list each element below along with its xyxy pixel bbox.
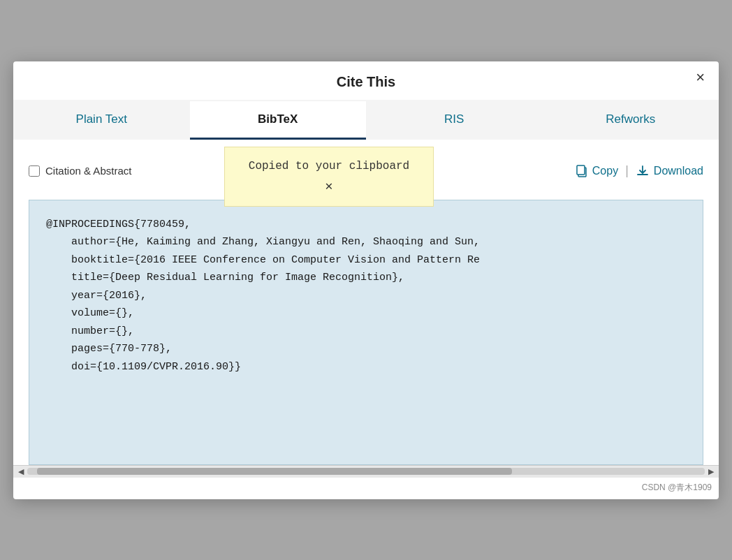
citation-abstract-label[interactable]: Citation & Abstract [29,165,131,177]
scrollbar-thumb[interactable] [37,468,512,475]
citation-abstract-text: Citation & Abstract [45,165,131,177]
clipboard-tooltip: Copied to your clipboard ✕ [224,147,434,207]
clipboard-tooltip-close[interactable]: ✕ [244,178,413,193]
citation-abstract-checkbox[interactable] [29,165,40,177]
footer: CSDN @青木1909 [13,478,719,499]
download-label: Download [654,165,703,177]
action-buttons: Copy | Download [576,163,703,178]
download-button[interactable]: Download [636,165,703,177]
button-separator: | [625,163,629,178]
modal-overlay: Cite This × Plain Text BibTeX RIS Refwor… [0,0,732,560]
svg-rect-1 [577,165,585,175]
footer-text: CSDN @青木1909 [642,482,712,492]
code-area-wrapper: @INPROCEEDINGS{7780459, author={He, Kaim… [29,200,703,465]
scrollbar-left-arrow[interactable]: ◀ [15,466,27,476]
horizontal-scrollbar[interactable]: ◀ ▶ [13,465,719,478]
tab-bibtex[interactable]: BibTeX [190,101,367,140]
modal-title: Cite This [27,74,705,90]
scrollbar-track[interactable] [27,468,705,475]
clipboard-message: Copied to your clipboard [249,160,409,172]
tab-refworks[interactable]: Refworks [543,101,719,140]
modal-header: Cite This × [13,61,719,90]
copy-label: Copy [592,165,618,177]
tabs-row: Plain Text BibTeX RIS Refworks [13,100,719,140]
modal-body: Citation & Abstract Copied to your clipb… [13,140,719,465]
controls-row: Citation & Abstract Copied to your clipb… [29,154,703,189]
scrollbar-right-arrow[interactable]: ▶ [705,466,717,476]
copy-icon [576,165,588,177]
code-content: @INPROCEEDINGS{7780459, author={He, Kaim… [46,216,686,376]
tab-plain-text[interactable]: Plain Text [13,101,190,140]
tab-ris[interactable]: RIS [366,101,543,140]
modal-close-button[interactable]: × [691,68,709,87]
copy-button[interactable]: Copy [576,165,618,177]
cite-this-modal: Cite This × Plain Text BibTeX RIS Refwor… [13,61,719,499]
download-icon [636,165,650,177]
